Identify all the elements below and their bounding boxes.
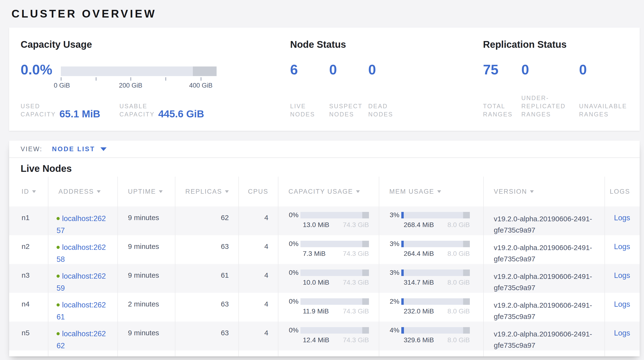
cell-mem: 2%232.0 MiB8.0 GiB	[379, 293, 483, 322]
cell-cpus: 4	[238, 293, 278, 322]
cell-replicas: 63	[175, 293, 238, 322]
node-row: n4localhost:262612 minutes6340%11.9 MiB7…	[9, 293, 640, 322]
column-header-label: REPLICAS	[185, 188, 222, 195]
cell-capacity: 0%11.9 MiB74.3 GiB	[278, 293, 379, 322]
capacity-gauge-row: 0.0% 0 GiB 200 GiB 400 GiB	[20, 63, 290, 90]
cell-version	[483, 350, 604, 356]
memory-usage-meter: 4%329.6 MiB8.0 GiB	[389, 326, 483, 344]
logs-link[interactable]: Logs	[614, 214, 630, 222]
column-header-replicas[interactable]: REPLICAS	[175, 177, 238, 206]
node-list-card: VIEW: NODE LIST Live Nodes IDADDRESSUPTI…	[9, 141, 640, 356]
capacity-usage-meter: 0%10.0 MiB74.3 GiB	[288, 269, 379, 286]
version-text: v19.2.0-alpha.20190606-2491-gfe735c9a97	[494, 213, 599, 235]
usage-percent-label: 2%	[389, 298, 400, 305]
column-header-label: UPTIME	[128, 188, 156, 195]
usage-bar-reserved-segment	[463, 212, 470, 218]
usage-bar-track	[300, 270, 369, 276]
cell-id: n3	[9, 264, 48, 293]
address-link[interactable]: localhost:26262	[56, 329, 106, 350]
node-status-section: Node Status 6 LIVE NODES 0 SUSPECT NODES…	[290, 39, 483, 131]
dead-nodes-label: DEAD NODES	[368, 102, 407, 118]
logs-link[interactable]: Logs	[614, 271, 630, 280]
cell-address: localhost:26261	[48, 293, 118, 322]
address-link[interactable]: localhost:26258	[56, 243, 106, 264]
cell-mem: 3%264.4 MiB8.0 GiB	[379, 235, 483, 264]
usage-bar-reserved-segment	[362, 241, 369, 247]
usage-bar-fill	[401, 241, 404, 247]
cell-id: n4	[9, 293, 48, 322]
cell-replicas	[175, 350, 238, 356]
usage-total-value: 74.3 GiB	[343, 279, 369, 286]
tick-mark	[166, 77, 166, 81]
cell-version: v19.2.0-alpha.20190606-2491-gfe735c9a97	[483, 322, 604, 350]
capacity-stats: USED CAPACITY 65.1 MiB USABLE CAPACITY 4…	[20, 102, 290, 118]
memory-usage-meter: 2%232.0 MiB8.0 GiB	[389, 298, 483, 315]
sort-caret-icon	[32, 190, 36, 193]
view-dropdown[interactable]: NODE LIST	[52, 145, 106, 153]
memory-usage-meter: 3%314.7 MiB8.0 GiB	[389, 269, 483, 286]
cell-replicas: 63	[175, 322, 238, 350]
table-header-row: IDADDRESSUPTIMEREPLICASCPUSCAPACITY USAG…	[9, 177, 640, 206]
usage-total-value: 74.3 GiB	[343, 221, 369, 229]
cell-mem: 4%329.6 MiB8.0 GiB	[379, 322, 483, 350]
cell-capacity	[278, 350, 379, 356]
usage-bar-reserved-segment	[362, 327, 369, 334]
cell-mem	[379, 350, 483, 356]
node-status-heading: Node Status	[290, 39, 483, 50]
column-header-uptime[interactable]: UPTIME	[118, 177, 175, 206]
column-header-version[interactable]: VERSION	[483, 177, 604, 206]
logs-link[interactable]: Logs	[614, 329, 630, 337]
cell-cpus	[238, 350, 278, 356]
axis-tick-label: 0 GiB	[54, 82, 70, 89]
usage-bar-track	[300, 327, 369, 334]
address-link[interactable]: localhost:26257	[56, 214, 106, 235]
column-header-capacity[interactable]: CAPACITY USAGE	[278, 177, 379, 206]
usage-bar-track	[300, 212, 369, 218]
table-body: n1localhost:262579 minutes6240%13.0 MiB7…	[9, 206, 640, 356]
sort-caret-icon	[437, 190, 441, 193]
usage-percent-label: 3%	[389, 269, 400, 276]
node-status-dot	[56, 303, 60, 306]
cell-capacity: 0%10.0 MiB74.3 GiB	[278, 264, 379, 293]
usage-total-value: 8.0 GiB	[448, 250, 470, 258]
suspect-nodes-label: SUSPECT NODES	[329, 102, 368, 118]
live-nodes-heading: Live Nodes	[9, 158, 640, 177]
column-header-id[interactable]: ID	[9, 177, 48, 206]
cell-id: n2	[9, 235, 48, 264]
cell-uptime: 2 minutes	[118, 293, 175, 322]
usage-bar-reserved-segment	[463, 270, 470, 276]
column-header-address[interactable]: ADDRESS	[48, 177, 118, 206]
tick-mark	[130, 77, 131, 81]
column-header-logs: LOGS	[604, 177, 640, 206]
capacity-usage-section: Capacity Usage 0.0% 0 GiB 200 GiB 400 Gi…	[20, 39, 290, 131]
cell-logs: Logs	[604, 235, 640, 264]
node-row: n1localhost:262579 minutes6240%13.0 MiB7…	[9, 206, 640, 235]
capacity-gauge-track	[61, 67, 216, 76]
summary-card: Capacity Usage 0.0% 0 GiB 200 GiB 400 Gi…	[9, 28, 640, 131]
cell-address	[48, 350, 118, 356]
version-text: v19.2.0-alpha.20190606-2491-gfe735c9a97	[494, 299, 599, 322]
address-link[interactable]: localhost:26261	[56, 301, 106, 321]
axis-tick-label: 400 GiB	[189, 82, 212, 89]
node-row-partial	[9, 350, 640, 356]
view-label: VIEW:	[20, 145, 42, 153]
usable-capacity-value: 445.6 GiB	[158, 110, 204, 118]
usage-used-value: 7.3 MiB	[300, 250, 326, 258]
capacity-usage-meter: 0%11.9 MiB74.3 GiB	[288, 298, 379, 315]
suspect-nodes-stat: 0 SUSPECT NODES	[329, 63, 368, 131]
page-title: CLUSTER OVERVIEW	[12, 7, 644, 20]
node-row: n2localhost:262589 minutes6340%7.3 MiB74…	[9, 235, 640, 264]
under-replicated-ranges-stat: 0 UNDER-REPLICATED RANGES	[521, 63, 579, 131]
address-link[interactable]: localhost:26259	[56, 272, 106, 292]
version-text: v19.2.0-alpha.20190606-2491-gfe735c9a97	[494, 328, 599, 350]
view-selected-value: NODE LIST	[52, 145, 95, 153]
live-nodes-stat: 6 LIVE NODES	[290, 63, 329, 131]
usable-capacity-label: USABLE CAPACITY	[119, 102, 158, 118]
logs-link[interactable]: Logs	[614, 300, 630, 308]
logs-link[interactable]: Logs	[614, 242, 630, 251]
column-header-mem[interactable]: MEM USAGE	[379, 177, 483, 206]
usage-used-value: 13.0 MiB	[300, 221, 330, 229]
usage-percent-label: 0%	[288, 269, 298, 276]
used-capacity-stat: USED CAPACITY 65.1 MiB	[20, 102, 100, 118]
cell-mem: 3%268.4 MiB8.0 GiB	[379, 206, 483, 235]
